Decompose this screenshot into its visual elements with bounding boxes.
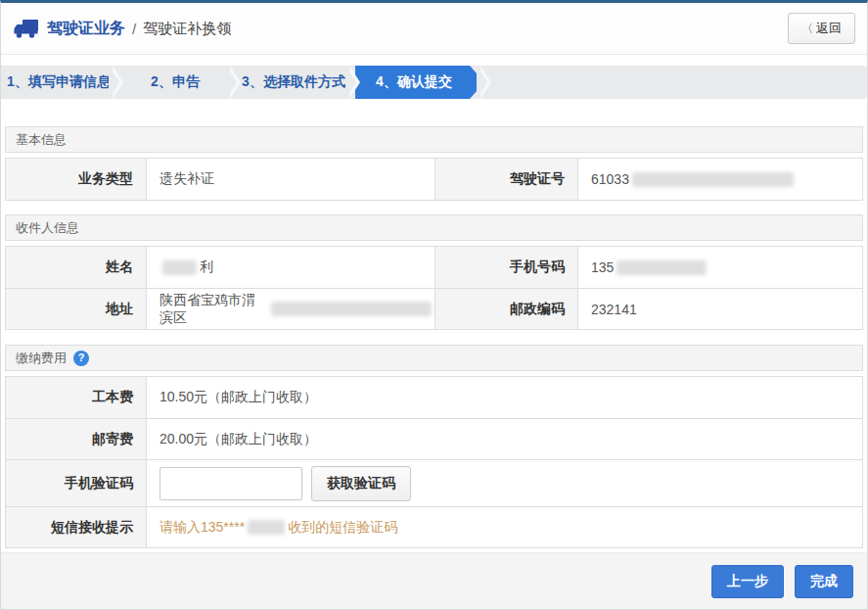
postage-label: 邮寄费 [6, 419, 147, 459]
table-row: 地址 陕西省宝鸡市渭滨区 邮政编码 232141 [6, 288, 862, 329]
table-row: 业务类型 遗失补证 驾驶证号 61033 [6, 159, 862, 200]
production-cost-value: 10.50元（邮政上门收取） [147, 377, 862, 418]
phone-value: 135 [578, 247, 862, 288]
fees-title-label: 缴纳费用 [16, 346, 67, 370]
step-2-label: 2、申告 [151, 73, 200, 91]
help-icon[interactable]: ? [73, 351, 89, 366]
footer-actions: 上一步 完成 [1, 552, 867, 609]
redacted-phone-tail [248, 520, 285, 535]
business-type-value: 遗失补证 [147, 159, 434, 200]
fees-title: 缴纳费用 ? [5, 345, 863, 371]
back-button[interactable]: 〈 返回 [788, 13, 855, 44]
step-1-label: 1、填写申请信息 [7, 73, 111, 91]
recipient-info-title: 收件人信息 [5, 214, 863, 241]
basic-info-title-label: 基本信息 [16, 127, 67, 152]
sms-tip-prefix: 请输入135**** [160, 519, 245, 537]
section-basic-info: 基本信息 业务类型 遗失补证 驾驶证号 61033 [5, 126, 863, 201]
sms-tip-suffix: 收到的短信验证码 [288, 519, 397, 537]
get-captcha-button[interactable]: 获取验证码 [311, 466, 411, 501]
recipient-info-title-label: 收件人信息 [16, 215, 79, 240]
sms-captcha-label: 手机验证码 [6, 460, 147, 506]
phone-label: 手机号码 [434, 247, 578, 288]
step-indicator: 1、填写申请信息 2、申告 3、选择取件方式 4、确认提交 [1, 66, 867, 99]
step-4-confirm-submit: 4、确认提交 [355, 66, 484, 99]
section-fees: 缴纳费用 ? 工本费 10.50元（邮政上门收取） 邮寄费 20.00元（邮政上… [5, 345, 863, 548]
main-content: 基本信息 业务类型 遗失补证 驾驶证号 61033 收件人信息 [1, 99, 867, 548]
zip-label: 邮政编码 [434, 289, 578, 329]
finish-button[interactable]: 完成 [795, 565, 853, 598]
table-row: 姓名 利 手机号码 135 [6, 247, 862, 288]
license-number-value: 61033 [578, 159, 862, 200]
breadcrumb-current: 驾驶证补换领 [143, 20, 231, 38]
step-3-label: 3、选择取件方式 [242, 73, 345, 91]
phone-text: 135 [591, 259, 614, 275]
section-recipient-info: 收件人信息 姓名 利 手机号码 135 地址 [5, 214, 863, 330]
step-1-fill-application: 1、填写申请信息 [1, 66, 116, 99]
recipient-info-table: 姓名 利 手机号码 135 地址 陕西省宝鸡市渭滨区 [5, 246, 863, 330]
step-2-declaration: 2、申告 [116, 66, 234, 99]
chevron-left-icon: 〈 [801, 21, 813, 37]
name-label: 姓名 [6, 247, 147, 288]
license-number-label: 驾驶证号 [434, 159, 578, 200]
basic-info-title: 基本信息 [5, 126, 863, 153]
business-type-label: 业务类型 [6, 159, 147, 200]
back-button-label: 返回 [816, 20, 842, 37]
sms-tip-value: 请输入135**** 收到的短信验证码 [147, 507, 862, 547]
basic-info-table: 业务类型 遗失补证 驾驶证号 61033 [5, 158, 863, 201]
redacted-address [271, 302, 432, 316]
table-row: 短信接收提示 请输入135**** 收到的短信验证码 [6, 506, 862, 547]
license-number-text: 61033 [591, 171, 629, 187]
previous-step-button[interactable]: 上一步 [711, 565, 784, 598]
address-text: 陕西省宝鸡市渭滨区 [160, 292, 268, 327]
address-value: 陕西省宝鸡市渭滨区 [147, 289, 434, 329]
header: 驾驶证业务 / 驾驶证补换领 〈 返回 [1, 3, 867, 55]
table-row: 工本费 10.50元（邮政上门收取） [6, 377, 862, 418]
table-row: 邮寄费 20.00元（邮政上门收取） [6, 418, 862, 459]
redacted-license-number [632, 172, 794, 187]
name-text: 利 [200, 258, 213, 276]
page-title: 驾驶证业务 [47, 19, 125, 39]
name-value: 利 [147, 247, 434, 288]
table-row: 手机验证码 获取验证码 [6, 459, 862, 506]
step-4-label: 4、确认提交 [376, 73, 452, 91]
redacted-phone [617, 260, 707, 275]
postage-value: 20.00元（邮政上门收取） [147, 419, 862, 459]
sms-captcha-field: 获取验证码 [147, 460, 862, 506]
redacted-name [162, 260, 197, 275]
address-label: 地址 [6, 289, 147, 329]
page: 驾驶证业务 / 驾驶证补换领 〈 返回 1、填写申请信息 2、申告 3、选择取件… [0, 0, 868, 610]
breadcrumb-divider: / [132, 21, 136, 37]
truck-icon [13, 19, 39, 39]
sms-tip-label: 短信接收提示 [6, 507, 147, 547]
step-3-pickup-method: 3、选择取件方式 [234, 66, 353, 99]
step-bar: 1、填写申请信息 2、申告 3、选择取件方式 4、确认提交 [1, 66, 867, 99]
fees-table: 工本费 10.50元（邮政上门收取） 邮寄费 20.00元（邮政上门收取） 手机… [5, 376, 863, 548]
zip-value: 232141 [578, 289, 862, 329]
captcha-input[interactable] [160, 467, 302, 500]
production-cost-label: 工本费 [6, 377, 147, 418]
